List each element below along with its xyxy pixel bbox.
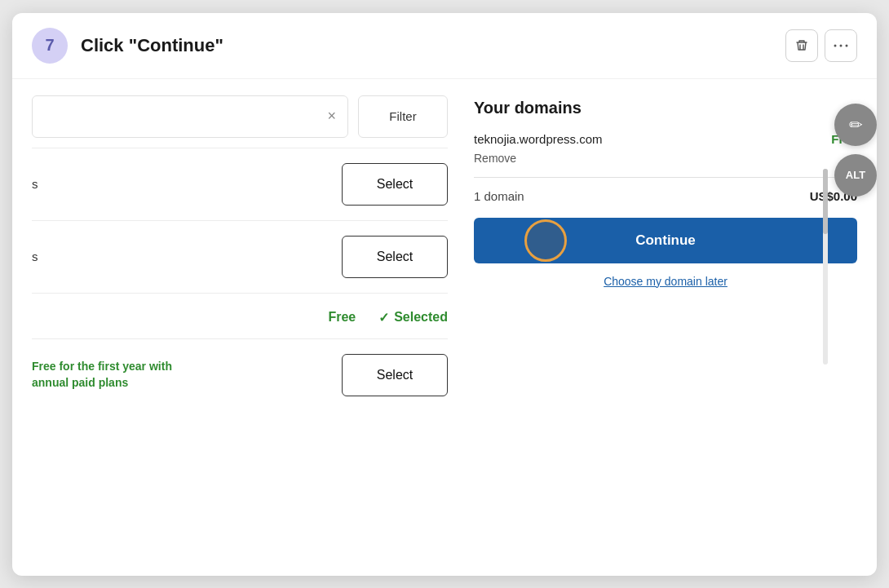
edit-float-button[interactable]: ✏	[834, 104, 877, 146]
select-button-3[interactable]: Select	[342, 354, 448, 396]
domain-option-1-label: s	[32, 177, 38, 191]
main-content: × Filter s Select s Select	[12, 79, 877, 427]
your-domains-title: Your domains	[474, 99, 857, 117]
domain-item: teknojia.wordpress.com Free	[474, 132, 857, 151]
free-selected-row: Free ✓ Selected	[32, 293, 448, 338]
delete-button[interactable]	[785, 29, 818, 62]
alt-label: ALT	[846, 169, 865, 181]
filter-button[interactable]: Filter	[358, 95, 448, 138]
clear-icon[interactable]: ×	[327, 108, 336, 125]
svg-point-2	[846, 44, 848, 46]
continue-btn-wrap: Continue	[474, 218, 857, 263]
more-button[interactable]	[825, 29, 857, 62]
right-panel: Your domains teknojia.wordpress.com Free…	[474, 95, 857, 411]
more-dots-icon	[834, 44, 848, 47]
selected-label: ✓ Selected	[378, 310, 448, 325]
search-box[interactable]: ×	[32, 95, 348, 138]
svg-point-0	[834, 44, 837, 46]
domain-option-2-label: s	[32, 250, 38, 263]
domain-option-2: s Select	[32, 220, 448, 293]
trash-icon	[795, 39, 808, 52]
select-button-2[interactable]: Select	[342, 236, 448, 278]
svg-point-1	[840, 44, 843, 46]
step-badge: 7	[32, 28, 68, 64]
left-panel: × Filter s Select s Select	[32, 95, 448, 411]
remove-link[interactable]: Remove	[474, 152, 516, 165]
search-row: × Filter	[32, 95, 448, 138]
continue-button[interactable]: Continue	[474, 218, 857, 263]
last-option-text: Free for the first year with annual paid…	[32, 359, 211, 391]
select-button-1[interactable]: Select	[342, 163, 448, 206]
domain-name: teknojia.wordpress.com	[474, 132, 603, 146]
scrollbar-track	[823, 169, 828, 365]
check-icon: ✓	[378, 310, 389, 325]
choose-later-link[interactable]: Choose my domain later	[474, 275, 857, 288]
scrollbar-thumb[interactable]	[823, 169, 828, 234]
free-label: Free	[328, 310, 356, 325]
domain-option-1: s Select	[32, 148, 448, 220]
click-indicator	[524, 219, 567, 262]
header-actions	[785, 29, 857, 62]
page-title: Click "Continue"	[81, 35, 223, 56]
summary-domain-count: 1 domain	[474, 189, 524, 203]
alt-float-button[interactable]: ALT	[834, 154, 877, 197]
header: 7 Click "Continue"	[12, 13, 877, 79]
pencil-icon: ✏	[849, 115, 863, 135]
last-option-row: Free for the first year with annual paid…	[32, 338, 448, 411]
header-left: 7 Click "Continue"	[32, 28, 223, 64]
summary-row: 1 domain US$0.00	[474, 189, 857, 203]
divider-1	[474, 177, 857, 178]
main-window: 7 Click "Continue"	[12, 13, 877, 576]
